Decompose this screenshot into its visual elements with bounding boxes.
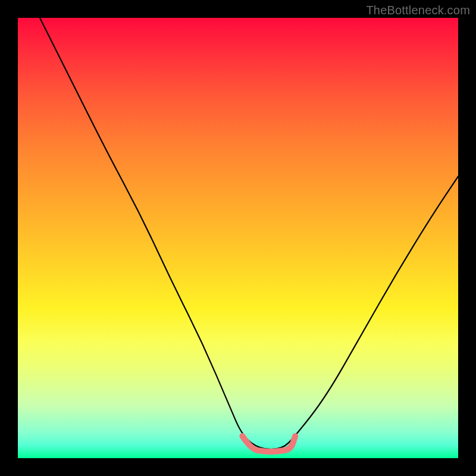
plot-area bbox=[18, 18, 458, 458]
chart-frame: TheBottleneck.com bbox=[0, 0, 476, 476]
bottleneck-curve bbox=[40, 18, 458, 449]
curve-layer bbox=[18, 18, 458, 458]
watermark-text: TheBottleneck.com bbox=[366, 4, 470, 17]
